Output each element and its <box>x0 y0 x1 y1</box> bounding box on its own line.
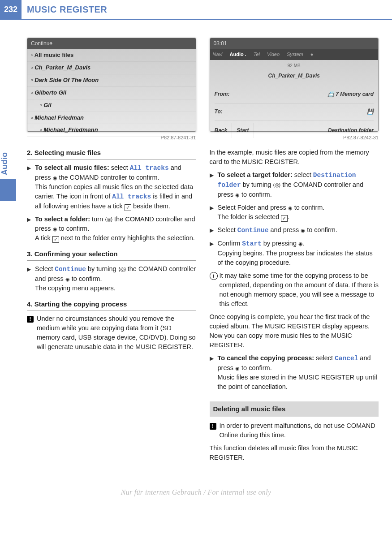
paragraph: This function deletes all music files fr… <box>210 444 379 462</box>
step-item: ▶ Select Continue by turning the COMAND … <box>27 264 196 293</box>
step-item: ▶ Confirm Start by pressing . Copying be… <box>210 239 379 267</box>
ss2-title: Ch_Parker_M_Davis <box>215 69 374 86</box>
info-body: It may take some time for the copying pr… <box>220 271 379 309</box>
tick-icon: ✓ <box>281 215 288 222</box>
warning-item: ! Under no circumstances should you remo… <box>27 314 196 352</box>
heading-step3: 3. Confirming your selection <box>27 249 196 261</box>
screenshot-2: 03:01 Navi Audio . Tel Video System ● 92… <box>210 38 379 132</box>
press-icon <box>53 174 57 181</box>
press-icon <box>288 204 293 211</box>
ss1-item: ▫ Dark Side Of The Moon <box>27 74 196 87</box>
ss1-item: ▫ Gilberto Gil <box>27 87 196 99</box>
ss1-list: ◦ All music files ▫ Ch_Parker_M_Davis ▫ … <box>27 49 196 137</box>
warning-body: In order to prevent malfunctions, do not… <box>220 421 379 440</box>
ss1-caption: P82.87-8241-31 <box>27 134 196 142</box>
warning-item: ! In order to prevent malfunctions, do n… <box>210 421 379 440</box>
ss2-tab: Navi <box>213 51 223 58</box>
ss2-tab: Tel <box>254 51 260 58</box>
ss2-start: Start <box>232 123 254 138</box>
heading-step2: 2. Selecting music files <box>27 148 196 159</box>
ss2-tab: Video <box>267 51 280 58</box>
step-marker-icon: ▶ <box>210 225 218 235</box>
step-marker-icon: ▶ <box>27 163 35 211</box>
footer-watermark: Nur für internen Gebrauch / For internal… <box>0 488 392 505</box>
step-item: ▶ Select Continue and press to confirm. <box>210 225 379 235</box>
ss2-to-row: To: 💾 <box>215 103 374 121</box>
info-icon: i <box>210 271 220 309</box>
step-body: To select a target folder: select Destin… <box>218 170 379 199</box>
paragraph: Once copying is complete, you hear the f… <box>210 312 379 350</box>
left-column: Continue ◦ All music files ▫ Ch_Parker_M… <box>27 38 196 466</box>
step-body: To cancel the copying process: select Ca… <box>218 353 379 392</box>
ss2-body: 92 MB Ch_Parker_M_Davis From: 📇 7 Memory… <box>210 60 379 123</box>
step-body: To select all music files: select All tr… <box>35 163 196 211</box>
step-item: ▶ Select Folder and press to confirm. Th… <box>210 203 379 222</box>
tick-icon: ✓ <box>125 204 131 211</box>
tick-icon: ✓ <box>52 236 59 243</box>
warning-icon: ! <box>27 314 37 352</box>
step-marker-icon: ▶ <box>210 239 218 267</box>
step-body: To select a folder: turn the COMAND cont… <box>35 215 196 243</box>
step-marker-icon: ▶ <box>27 215 35 243</box>
warning-icon: ! <box>210 421 220 440</box>
ss1-item: ▫ Ch_Parker_M_Davis <box>27 62 196 74</box>
ss2-tabs: Navi Audio . Tel Video System ● <box>210 49 379 60</box>
press-icon <box>235 364 240 371</box>
heading-step4: 4. Starting the copying process <box>27 299 196 311</box>
ss1-header: Continue <box>27 38 196 49</box>
step-marker-icon: ▶ <box>210 203 218 222</box>
ss1-item: ▫ Michael Friedman <box>27 112 196 125</box>
press-icon <box>298 240 303 247</box>
ss2-back: Back <box>210 123 232 138</box>
press-icon <box>65 275 70 282</box>
content: Continue ◦ All music files ▫ Ch_Parker_M… <box>0 20 392 475</box>
ss2-tab-active: Audio . <box>230 51 246 58</box>
page-title: MUSIC REGISTER <box>22 0 107 19</box>
turn-icon <box>273 181 280 188</box>
paragraph: In the example, music files are copied f… <box>210 148 379 167</box>
step-marker-icon: ▶ <box>210 353 218 392</box>
page-header: 232 MUSIC REGISTER <box>0 0 392 20</box>
hdd-icon: 💾 <box>367 108 374 116</box>
step-marker-icon: ▶ <box>210 170 218 199</box>
step-marker-icon: ▶ <box>27 264 35 293</box>
ss2-time: 03:01 <box>210 38 379 49</box>
ss2-from-row: From: 📇 7 Memory card <box>215 86 374 103</box>
info-item: i It may take some time for the copying … <box>210 271 379 309</box>
ss1-item: ▫ Gil <box>27 99 196 112</box>
step-body: Confirm Start by pressing . Copying begi… <box>218 239 379 267</box>
ss1-item: ◦ All music files <box>27 49 196 62</box>
step-item: ▶ To cancel the copying process: select … <box>210 353 379 392</box>
step-body: Select Continue and press to confirm. <box>218 225 379 235</box>
warning-body: Under no circumstances should you remove… <box>37 314 196 352</box>
step-item: ▶ To select a folder: turn the COMAND co… <box>27 215 196 243</box>
screenshot-1: Continue ◦ All music files ▫ Ch_Parker_M… <box>27 38 196 132</box>
step-item: ▶ To select all music files: select All … <box>27 163 196 211</box>
ss2-tab: System <box>287 51 303 58</box>
ss2-tab-dot: ● <box>310 51 314 58</box>
step-item: ▶ To select a target folder: select Dest… <box>210 170 379 199</box>
turn-icon <box>118 265 126 272</box>
press-icon <box>53 225 57 232</box>
right-column: 03:01 Navi Audio . Tel Video System ● 92… <box>210 38 379 466</box>
ss2-mb: 92 MB <box>215 63 374 69</box>
turn-icon <box>105 216 112 223</box>
step-body: Select Folder and press to confirm. The … <box>218 203 379 222</box>
section-heading: Deleting all music files <box>210 401 379 417</box>
press-icon <box>301 226 305 233</box>
page-number: 232 <box>0 0 22 19</box>
step-body: Select Continue by turning the COMAND co… <box>35 264 196 293</box>
press-icon <box>235 191 240 198</box>
